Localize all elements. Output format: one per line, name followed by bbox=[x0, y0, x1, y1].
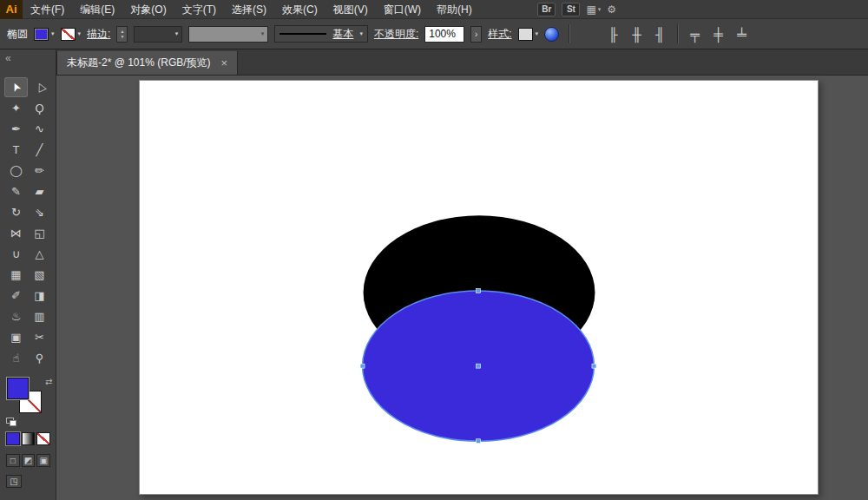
gradient-tool[interactable]: ▧ bbox=[28, 265, 51, 285]
chevron-down-icon[interactable]: ▾ bbox=[78, 30, 82, 37]
menu-item-视图(V)[interactable]: 视图(V) bbox=[326, 0, 376, 19]
screen-mode-button[interactable]: ◳ bbox=[6, 475, 22, 488]
bridge-button[interactable]: Br bbox=[537, 3, 556, 16]
scale-tool[interactable]: ⇘ bbox=[28, 202, 51, 222]
fill-color-control[interactable]: ▾ bbox=[34, 28, 55, 41]
eyedropper-tool[interactable]: ✐ bbox=[4, 286, 28, 306]
rotate-tool[interactable]: ↻ bbox=[4, 202, 28, 222]
control-bar: 椭圆 ▾ ▾ 描边: ▲ ▼ ▾ ▾ 基本 ▾ 不透明度: 100% › bbox=[0, 19, 868, 49]
stock-button[interactable]: St bbox=[562, 3, 580, 16]
stroke-weight-combo[interactable]: ▾ bbox=[134, 26, 182, 43]
magic-wand-tool[interactable]: ✦ bbox=[4, 98, 28, 118]
graphic-style-control[interactable]: ▾ bbox=[518, 28, 539, 41]
drawing-mode-row: □ ◩ ▣ bbox=[6, 454, 50, 467]
app-logo-icon[interactable]: Ai bbox=[0, 0, 23, 19]
width-tool[interactable]: ⋈ bbox=[4, 223, 28, 243]
ellipse-tool[interactable]: ◯ bbox=[4, 161, 28, 181]
chevron-down-icon: ▾ bbox=[536, 30, 539, 37]
direct-selection-tool[interactable]: ▷ bbox=[28, 77, 51, 97]
swap-fill-stroke-icon[interactable]: ⇄ bbox=[45, 377, 52, 386]
curvature-tool[interactable]: ∿ bbox=[28, 119, 51, 139]
chevron-down-icon: ▾ bbox=[359, 30, 363, 37]
divider bbox=[569, 24, 569, 43]
artboard-tool[interactable]: ▣ bbox=[4, 327, 28, 347]
selection-tool[interactable]: ➤ bbox=[4, 77, 28, 97]
align-center-horizontal-icon[interactable]: ╫ bbox=[627, 25, 647, 43]
color-globe-icon[interactable] bbox=[544, 27, 559, 42]
menu-bar: Ai 文件(F)编辑(E)对象(O)文字(T)选择(S)效果(C)视图(V)窗口… bbox=[0, 0, 868, 19]
gradient-button[interactable] bbox=[22, 432, 36, 445]
pen-tool[interactable]: ✒ bbox=[4, 119, 28, 139]
menu-item-对象(O)[interactable]: 对象(O) bbox=[122, 0, 174, 19]
align-top-icon[interactable]: ╤ bbox=[685, 25, 705, 43]
align-right-icon[interactable]: ╢ bbox=[650, 25, 670, 43]
mesh-tool[interactable]: ▦ bbox=[4, 265, 28, 285]
anchor-point[interactable] bbox=[592, 364, 596, 368]
align-left-icon[interactable]: ╟ bbox=[603, 25, 623, 43]
shape-builder-tool[interactable]: ∪ bbox=[4, 244, 28, 264]
document-tab[interactable]: 未标题-2* @ 101% (RGB/预览) × bbox=[56, 51, 238, 75]
stroke-none-swatch[interactable] bbox=[61, 28, 76, 41]
anchor-point[interactable] bbox=[477, 364, 481, 368]
anchor-point[interactable] bbox=[360, 364, 365, 368]
chevron-down-icon: ▾ bbox=[598, 6, 602, 13]
collapse-toolbar-icon[interactable]: « bbox=[5, 52, 11, 64]
artboard[interactable] bbox=[139, 80, 819, 495]
lasso-tool[interactable]: Ϙ bbox=[28, 98, 51, 118]
draw-normal-button[interactable]: □ bbox=[6, 454, 20, 467]
stroke-color-control[interactable]: ▾ bbox=[61, 28, 82, 41]
anchor-point[interactable] bbox=[477, 288, 481, 293]
tab-close-icon[interactable]: × bbox=[221, 56, 228, 69]
stroke-weight-label[interactable]: 描边: bbox=[87, 27, 110, 42]
stroke-preview-line bbox=[279, 33, 326, 35]
menu-item-窗口(W)[interactable]: 窗口(W) bbox=[376, 0, 429, 19]
graphic-style-swatch[interactable] bbox=[518, 28, 533, 41]
power-icon[interactable]: ⚙ bbox=[607, 3, 616, 16]
column-graph-tool[interactable]: ▥ bbox=[28, 306, 51, 326]
eraser-tool[interactable]: ▰ bbox=[28, 181, 51, 201]
menu-item-文字(T)[interactable]: 文字(T) bbox=[174, 0, 224, 19]
brush-definition-combo[interactable]: ▾ bbox=[188, 26, 268, 43]
opacity-label[interactable]: 不透明度: bbox=[374, 27, 418, 42]
tools-panel: « ➤▷✦Ϙ✒∿T╱◯✏✎▰↻⇘⋈◱∪△▦▧✐◨♨▥▣✂☝⚲ ⇄ □ ◩ ▣ ◳ bbox=[0, 49, 56, 500]
color-button[interactable] bbox=[6, 432, 20, 445]
perspective-grid-tool[interactable]: △ bbox=[28, 244, 51, 264]
menu-item-编辑(E)[interactable]: 编辑(E) bbox=[72, 0, 122, 19]
opacity-input[interactable]: 100% bbox=[424, 26, 464, 43]
chevron-down-icon: ▾ bbox=[261, 30, 265, 37]
menu-item-文件(F)[interactable]: 文件(F) bbox=[23, 0, 72, 19]
paintbrush-tool[interactable]: ✏ bbox=[28, 161, 51, 181]
free-transform-tool[interactable]: ◱ bbox=[28, 223, 51, 243]
align-middle-vertical-icon[interactable]: ╪ bbox=[708, 25, 728, 43]
menubar-right-icons: Br St ▦ ▾ ⚙ bbox=[537, 3, 868, 16]
chevron-down-icon[interactable]: ▾ bbox=[51, 30, 55, 37]
slice-tool[interactable]: ✂ bbox=[28, 327, 51, 347]
symbol-sprayer-tool[interactable]: ♨ bbox=[4, 306, 28, 326]
menu-item-效果(C)[interactable]: 效果(C) bbox=[274, 0, 326, 19]
opacity-flyout-button[interactable]: › bbox=[470, 26, 482, 43]
none-button[interactable] bbox=[36, 432, 50, 445]
line-segment-tool[interactable]: ╱ bbox=[28, 140, 51, 160]
stepper-down-icon[interactable]: ▼ bbox=[120, 34, 124, 39]
arrange-documents-icon[interactable]: ▦ ▾ bbox=[586, 3, 601, 16]
fill-swatch-indicator[interactable] bbox=[6, 377, 30, 400]
context-label: 椭圆 bbox=[7, 27, 28, 42]
type-tool[interactable]: T bbox=[4, 140, 28, 160]
menu-item-选择(S)[interactable]: 选择(S) bbox=[224, 0, 274, 19]
fill-color-swatch[interactable] bbox=[34, 28, 49, 41]
menu-item-帮助(H)[interactable]: 帮助(H) bbox=[429, 0, 480, 19]
hand-tool[interactable]: ☝ bbox=[4, 348, 28, 368]
default-fill-stroke-icon[interactable] bbox=[6, 418, 14, 424]
zoom-tool[interactable]: ⚲ bbox=[28, 348, 51, 368]
style-label[interactable]: 样式: bbox=[488, 27, 511, 42]
blend-tool[interactable]: ◨ bbox=[28, 286, 51, 306]
draw-behind-button[interactable]: ◩ bbox=[22, 454, 36, 467]
draw-inside-button[interactable]: ▣ bbox=[36, 454, 50, 467]
stroke-style-combo[interactable]: 基本 ▾ bbox=[274, 25, 368, 43]
anchor-point[interactable] bbox=[477, 439, 481, 444]
canvas-pasteboard[interactable] bbox=[56, 76, 868, 500]
stroke-weight-stepper[interactable]: ▲ ▼ bbox=[116, 26, 128, 43]
tools-grid: ➤▷✦Ϙ✒∿T╱◯✏✎▰↻⇘⋈◱∪△▦▧✐◨♨▥▣✂☝⚲ bbox=[0, 76, 56, 368]
pencil-tool[interactable]: ✎ bbox=[4, 181, 28, 201]
align-bottom-icon[interactable]: ╧ bbox=[732, 25, 752, 43]
